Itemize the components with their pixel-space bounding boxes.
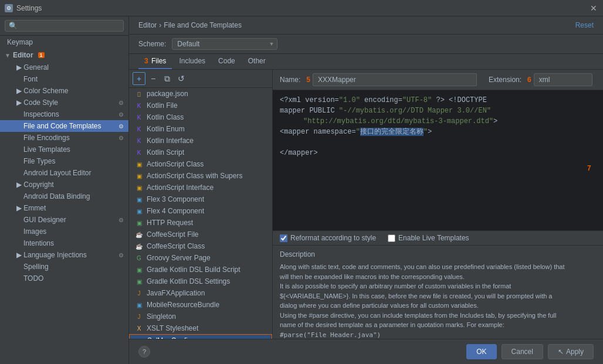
reformat-checkbox[interactable] [280, 234, 287, 242]
sidebar-item-file-types[interactable]: File Types [0, 155, 128, 167]
scheme-select[interactable]: Default Project [172, 38, 277, 50]
template-item-actionscript-class-supers[interactable]: ▣ ActionScript Class with Supers [129, 170, 272, 182]
singleton-icon: J [135, 312, 143, 321]
reset-template-button[interactable]: ↺ [175, 72, 188, 85]
gradle-build-icon: ▣ [135, 266, 143, 274]
remove-template-button[interactable]: − [147, 72, 160, 85]
sidebar-item-intentions[interactable]: Intentions [0, 237, 128, 249]
scheme-label: Scheme: [138, 40, 166, 48]
code-line-6: </mapper> [280, 148, 596, 158]
name-label: Name: [280, 76, 300, 84]
template-item-flex3[interactable]: ▣ Flex 3 Component [129, 193, 272, 205]
search-bar: 🔍 [0, 16, 128, 36]
template-item-flex4[interactable]: ▣ Flex 4 Component [129, 205, 272, 217]
sidebar-item-code-style[interactable]: ▶ Code Style ⚙ [0, 97, 128, 108]
live-templates-checkbox[interactable] [388, 234, 395, 242]
content-header: Editor › File and Code Templates Reset [129, 16, 603, 35]
template-item-xslt[interactable]: X XSLT Stylesheet [129, 322, 272, 334]
tab-number-3: 3 [144, 57, 148, 65]
template-item-gradle-kotlin-settings[interactable]: ▣ Gradle Kotlin DSL Settings [129, 275, 272, 287]
close-button[interactable]: ✕ [589, 4, 598, 13]
file-templates-badge-icon: ⚙ [118, 123, 124, 130]
sidebar-item-images[interactable]: Images [0, 226, 128, 237]
template-item-sqlmapconfig[interactable]: ⌷ SqlMapConfig [129, 334, 272, 339]
extension-label: Extension: [489, 76, 521, 84]
template-item-singleton[interactable]: J Singleton [129, 311, 272, 322]
help-area: ? [138, 346, 462, 358]
template-item-coffeescript-class[interactable]: ☕ CoffeeScript Class [129, 240, 272, 252]
template-item-groovy-server[interactable]: G Groovy Server Page [129, 252, 272, 264]
sidebar-item-spelling[interactable]: Spelling [0, 261, 128, 273]
sidebar-item-todo[interactable]: TODO [0, 273, 128, 284]
sidebar-item-file-and-code-templates[interactable]: File and Code Templates ⚙ [0, 120, 128, 132]
extension-input[interactable] [534, 73, 592, 86]
sidebar-item-language-injections[interactable]: ▶ Language Injections ⚙ [0, 249, 128, 261]
sidebar-item-gui-designer[interactable]: GUI Designer ⚙ [0, 214, 128, 226]
template-item-actionscript-class[interactable]: ▣ ActionScript Class [129, 158, 272, 170]
groovy-icon: G [135, 254, 143, 262]
tab-files[interactable]: 3 Files [138, 54, 172, 69]
sidebar-item-live-templates[interactable]: Live Templates [0, 144, 128, 155]
reset-button[interactable]: Reset [575, 21, 594, 29]
sidebar-item-inspections[interactable]: Inspections ⚙ [0, 108, 128, 120]
template-item-actionscript-interface[interactable]: ▣ ActionScript Interface [129, 182, 272, 193]
search-input[interactable] [20, 22, 120, 30]
template-item-gradle-kotlin-build[interactable]: ▣ Gradle Kotlin DSL Build Script [129, 264, 272, 275]
template-item-kotlin-interface[interactable]: K Kotlin Interface [129, 135, 272, 147]
sidebar-item-copyright[interactable]: ▶ Copyright [0, 179, 128, 190]
kotlin-enum-icon: K [135, 125, 143, 133]
coffee-file-icon: ☕ [135, 230, 143, 239]
content-panel: Editor › File and Code Templates Reset S… [129, 16, 603, 364]
apply-button[interactable]: ↖ Apply [548, 344, 594, 359]
sidebar-item-general[interactable]: ▶ General [0, 62, 128, 73]
apply-cursor-icon: ↖ [558, 348, 564, 356]
template-item-kotlin-class[interactable]: K Kotlin Class [129, 111, 272, 123]
template-item-javafx[interactable]: J JavaFXApplication [129, 287, 272, 299]
kotlin-file-icon: K [135, 101, 143, 110]
add-template-button[interactable]: + [133, 72, 145, 85]
gui-designer-badge-icon: ⚙ [118, 217, 124, 223]
json-icon: ⌷ [135, 90, 143, 98]
template-item-mobile-resource[interactable]: ▣ MobileResourceBundle [129, 299, 272, 311]
sidebar-item-font[interactable]: Font [0, 73, 128, 85]
sidebar-item-keymap[interactable]: Keymap [0, 36, 128, 49]
kotlin-class-icon: K [135, 113, 143, 121]
ok-button[interactable]: OK [466, 344, 496, 359]
tab-code[interactable]: Code [212, 54, 241, 69]
live-templates-checkbox-wrap[interactable]: Enable Live Templates [388, 234, 469, 242]
template-item-http-request[interactable]: ▣ HTTP Request [129, 217, 272, 229]
code-line-1: <?xml version="1.0" encoding="UTF-8" ?> … [280, 95, 596, 106]
template-item-coffeescript-file[interactable]: ☕ CoffeeScript File [129, 229, 272, 240]
scheme-row: Scheme: Default Project [129, 35, 603, 54]
sidebar-item-android-layout[interactable]: Android Layout Editor [0, 167, 128, 179]
annotation-7: 7 [587, 164, 591, 174]
title-bar-left: ⚙ Settings [5, 4, 42, 12]
sidebar-item-emmet[interactable]: ▶ Emmet [0, 202, 128, 214]
template-item-kotlin-enum[interactable]: K Kotlin Enum [129, 123, 272, 135]
template-item-kotlin-file[interactable]: K Kotlin File [129, 100, 272, 111]
tab-other[interactable]: Other [242, 54, 272, 69]
search-input-wrap[interactable]: 🔍 [5, 20, 124, 32]
tab-includes[interactable]: Includes [173, 54, 211, 69]
reformat-checkbox-wrap[interactable]: Reformat according to style [280, 234, 376, 242]
lang-injections-badge-icon: ⚙ [118, 252, 124, 258]
sidebar-item-editor[interactable]: ▼ Editor 1 [0, 49, 128, 62]
title-bar-title: Settings [16, 4, 42, 12]
copy-template-button[interactable]: ⧉ [161, 72, 174, 85]
help-button[interactable]: ? [138, 346, 150, 358]
code-line-5 [280, 137, 596, 148]
cancel-button[interactable]: Cancel [502, 344, 543, 359]
sidebar-item-file-encodings[interactable]: File Encodings ⚙ [0, 132, 128, 144]
name-input[interactable] [313, 73, 477, 86]
editor-options: Reformat according to style Enable Live … [273, 230, 603, 245]
file-encodings-badge-icon: ⚙ [118, 135, 124, 141]
mobile-resource-icon: ▣ [135, 301, 143, 309]
template-item-kotlin-script[interactable]: K Kotlin Script [129, 147, 272, 158]
code-editor[interactable]: <?xml version="1.0" encoding="UTF-8" ?> … [273, 90, 603, 230]
sidebar-item-color-scheme[interactable]: ▶ Color Scheme [0, 85, 128, 97]
annotation-5: 5 [306, 76, 310, 84]
template-item-package-json[interactable]: ⌷ package.json [129, 88, 272, 100]
scheme-select-wrap: Default Project [172, 38, 277, 50]
gradle-settings-icon: ▣ [135, 277, 143, 285]
sidebar-item-android-data-binding[interactable]: Android Data Binding [0, 190, 128, 202]
